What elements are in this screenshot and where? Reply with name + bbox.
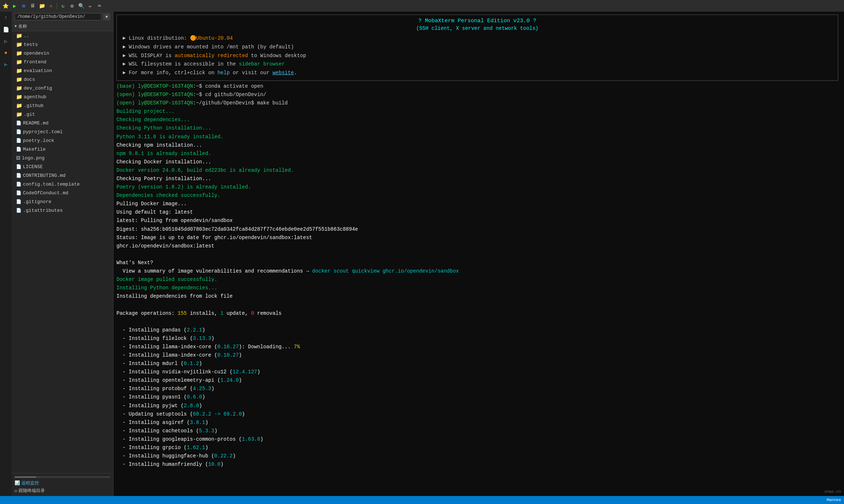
path-input[interactable] (15, 13, 102, 20)
icon-bar-arrow-up[interactable]: ↑ (1, 13, 11, 23)
file-icon-contributing: 📄 (16, 173, 21, 178)
terminal-line-poetry-ok: Poetry (version 1.8.2) is already instal… (116, 183, 841, 191)
toolbar-icon-play[interactable]: ▶ (11, 2, 19, 10)
toolbar-icon-folder[interactable]: 📁 (38, 2, 46, 10)
terminal-line-llama-dl: - Installing llama-index-core (0.10.27):… (116, 343, 841, 351)
mobaterm-help-link[interactable]: help (217, 70, 230, 76)
sidebar-bottom: 📊 远程监控 ☑ 跟随终端目录 (12, 473, 113, 496)
tree-item-agenthub[interactable]: 📁 agenthub (12, 92, 113, 101)
terminal-line-cachetools: - Installing cachetools (5.3.3) (116, 427, 841, 435)
mobaterm-ubuntu-link[interactable]: 🟠Ubuntu-20.04 (190, 35, 233, 41)
tree-item-readme[interactable]: 📄 README.md (12, 119, 113, 127)
terminal-line-whats-next: What's Next? (116, 259, 841, 267)
terminal-line-googleapis: - Installing googleapis-common-protos (1… (116, 435, 841, 444)
terminal-line-docker-ok: Docker version 24.0.6, build ed223bc is … (116, 166, 841, 175)
terminal-line-protobuf: - Installing protobuf (4.25.3) (116, 385, 841, 393)
scrollbar-thumb (15, 476, 36, 478)
terminal-line-ghcr: ghcr.io/opendevin/sandbox:latest (116, 242, 841, 250)
icon-bar-chevron[interactable]: ▷ (1, 36, 11, 46)
tree-item-label-coc: CodeOfConduct.md (23, 190, 68, 196)
follow-terminal-btn[interactable]: ☑ 跟随终端目录 (15, 488, 110, 494)
path-dropdown-btn[interactable]: ▼ (103, 13, 110, 20)
tree-item-pyproject[interactable]: 📄 pyproject.toml (12, 127, 113, 136)
tree-item-license[interactable]: 📄 LICENSE (12, 162, 113, 171)
tree-item-label-github: .github (24, 103, 44, 108)
terminal-line-blank1 (116, 250, 841, 259)
folder-icon: 📁 (16, 33, 22, 39)
terminal-line-filelock: - Installing filelock (3.13.3) (116, 334, 841, 343)
remote-monitor-btn[interactable]: 📊 远程监控 (15, 480, 110, 486)
tree-item-label-logo: logo.png (22, 155, 44, 161)
terminal-line-1: (base) ly@DESKTOP-163T4QN:~$ conda activ… (116, 82, 841, 91)
file-icon-coc: 📄 (16, 190, 21, 196)
icon-bar-files[interactable]: 📄 (1, 25, 11, 34)
tree-header: ▼ 名称 (12, 22, 113, 31)
terminal-line-view: View a summary of image vulnerabilities … (116, 267, 841, 275)
toolbar-icon-star[interactable]: ⭐ (1, 2, 9, 10)
toolbar-icon-monitor[interactable]: 🖥 (29, 2, 37, 10)
icon-bar: ↑ 📄 ▷ ● ⊢ (0, 12, 12, 496)
terminal-line-asgiref: - Installing asgiref (3.8.1) (116, 418, 841, 427)
tree-item-poetry-lock[interactable]: 📄 poetry.lock (12, 136, 113, 145)
terminal-line-installing-lock: Installing dependencies from lock file (116, 292, 841, 301)
tree-item-github[interactable]: 📁 .github (12, 101, 113, 110)
icon-bar-terminal[interactable]: ⊢ (1, 60, 11, 69)
tree-item-label-opendevin: opendevin (24, 51, 49, 56)
tree-item-dev-config[interactable]: 📁 dev_config (12, 84, 113, 92)
file-tree: 📁 .. 📁 tests 📁 opendevin 📁 frontend 📁 ev… (12, 31, 113, 473)
toolbar-icon-close[interactable]: ✕ (47, 2, 55, 10)
toolbar-icon-refresh[interactable]: ↻ (59, 2, 67, 10)
tree-item-tests[interactable]: 📁 tests (12, 40, 113, 49)
terminal-line-npm-ok: npm 9.8.1 is already installed. (116, 150, 841, 158)
terminal-line-checking-deps: Checking dependencies... (116, 116, 841, 124)
terminal-line-status: Status: Image is up to date for ghcr.io/… (116, 234, 841, 242)
tree-item-label: .. (24, 33, 29, 39)
follow-terminal-checkbox[interactable]: ☑ (15, 488, 17, 493)
scrollbar-track (15, 476, 110, 478)
tree-item-evaluation[interactable]: 📁 evaluation (12, 66, 113, 75)
tree-item-opendevin[interactable]: 📁 opendevin (12, 49, 113, 57)
tree-item-docs[interactable]: 📁 docs (12, 75, 113, 84)
toolbar-icon-search[interactable]: 🔍 (77, 2, 85, 10)
folder-icon-github: 📁 (16, 103, 22, 109)
tree-item-makefile[interactable]: 📄 Makefile (12, 145, 113, 154)
terminal-line-nvidia: - Installing nvidia-nvjitlink-cu12 (12.4… (116, 368, 841, 376)
toolbar: ⭐ ▶ ⊞ 🖥 📁 ✕ ↻ ⚙ 🔍 ✏ ⌨ (0, 0, 844, 12)
tree-item-config-template[interactable]: 📄 config.toml.template (12, 180, 113, 188)
file-icon-logo: 🖼 (16, 155, 20, 161)
terminal-line-blank2 (116, 301, 841, 309)
mobaterm-line-1: ► Linux distribution: 🟠Ubuntu-20.04 (123, 34, 832, 43)
tree-item-git[interactable]: 📁 .git (12, 110, 113, 119)
terminal-line-pkg-ops: Package operations: 155 installs, 1 upda… (116, 309, 841, 318)
file-icon-makefile: 📄 (16, 147, 21, 152)
tree-item-label-gitignore: .gitignore (23, 199, 51, 205)
terminal-line-llama: - Installing llama-index-core (0.10.27) (116, 351, 841, 360)
folder-icon-agenthub: 📁 (16, 94, 22, 100)
tree-item-gitattributes[interactable]: 📄 .gitattributes (12, 206, 113, 215)
terminal-line-2: (open) ly@DESKTOP-163T4QN:~$ cd github/O… (116, 91, 841, 99)
toolbar-icon-grid[interactable]: ⊞ (20, 2, 28, 10)
tree-item-label-gitattributes: .gitattributes (23, 208, 63, 213)
mobaterm-website-link[interactable]: website (273, 70, 294, 76)
toolbar-icon-gear[interactable]: ⚙ (68, 2, 76, 10)
file-icon-gitignore: 📄 (16, 199, 21, 205)
file-icon-license: 📄 (16, 164, 21, 170)
terminal-line-3: (open) ly@DESKTOP-163T4QN:~/github/OpenD… (116, 99, 841, 107)
watermark: znwx.cn (824, 489, 841, 494)
tree-item-frontend[interactable]: 📁 frontend (12, 57, 113, 66)
tree-item-label-config-template: config.toml.template (23, 182, 80, 187)
tree-item-gitignore[interactable]: 📄 .gitignore (12, 197, 113, 206)
tree-item-coc[interactable]: 📄 CodeOfConduct.md (12, 188, 113, 197)
folder-icon-dev-config: 📁 (16, 85, 22, 91)
mobaterm-subtitle: (SSH client, X server and network tools) (123, 25, 832, 31)
terminal-line-tag: Using default tag: latest (116, 208, 841, 217)
folder-icon-git: 📁 (16, 111, 22, 118)
terminal-line-grpcio: - Installing grpcio (1.62.1) (116, 444, 841, 452)
toolbar-icon-keyboard[interactable]: ⌨ (95, 2, 103, 10)
tree-item-dotdot[interactable]: 📁 .. (12, 31, 113, 40)
icon-bar-orange-circle[interactable]: ● (1, 48, 11, 57)
remote-monitor-icon: 📊 (15, 480, 20, 486)
tree-item-contributing[interactable]: 📄 CONTRIBUTING.md (12, 171, 113, 180)
toolbar-icon-edit[interactable]: ✏ (86, 2, 94, 10)
tree-item-logo[interactable]: 🖼 logo.png (12, 154, 113, 162)
